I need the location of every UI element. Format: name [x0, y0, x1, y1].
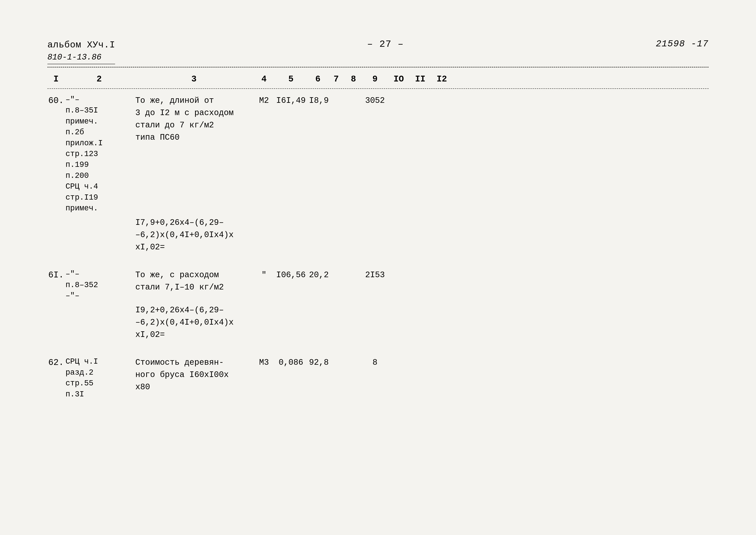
col-header-4: 4	[254, 73, 274, 85]
album-subtitle: 810-1-13.86	[47, 51, 115, 64]
row-61-main: 6I. –"–п.8–352–"– То же, с расходомстали…	[47, 268, 709, 303]
row-62-col11	[410, 355, 431, 358]
row-60-col12	[431, 93, 452, 96]
row-60-col7	[328, 93, 345, 96]
header-right: 21598 -17	[656, 39, 709, 49]
row-61-col7	[328, 268, 345, 270]
col-header-3: 3	[134, 73, 254, 85]
col-header-1: I	[47, 73, 65, 85]
row-61-formula-text: I9,2+0,26x4–(6,29––6,2)x(0,4I+0,0Ix4)xxI…	[134, 303, 254, 342]
row-60-desc: То же, длиной от3 до I2 м с расходомстал…	[134, 93, 254, 145]
col-header-11: II	[410, 73, 431, 85]
row-61-col8	[345, 268, 362, 270]
row-62-col10	[388, 355, 410, 358]
col-header-10: IO	[388, 73, 410, 85]
row-61-desc: То же, с расходомстали 7,I–10 кг/м2	[134, 268, 254, 295]
row-62-col5: 0,086	[274, 355, 308, 370]
row-60-formula-text: I7,9+0,26x4–(6,29––6,2)x(0,4I+0,0Ix4)xxI…	[134, 215, 254, 255]
row-61-num: 6I.	[47, 268, 65, 283]
row-62-desc: Стоимость деревян-ного бруса I60xI00xx80	[134, 355, 254, 394]
row-60-col10	[388, 93, 410, 96]
row-60-formula-num	[47, 215, 65, 218]
row-62-col7	[328, 355, 345, 358]
row-61-col10	[388, 268, 410, 270]
row-61-unit: "	[254, 268, 274, 282]
row-61-col12	[431, 268, 452, 270]
header-area: альбом ХУч.I 810-1-13.86 – 27 – 21598 -1…	[47, 39, 709, 64]
row-62-ref: СРЦ ч.Iразд.2стр.55п.3I	[65, 355, 134, 401]
row-60-col5: I6I,49	[274, 93, 308, 108]
row-62-col8	[345, 355, 362, 358]
row-61-col6: 20,2	[308, 268, 328, 282]
row-61-col11	[410, 268, 431, 270]
col-header-9: 9	[362, 73, 388, 85]
col-header-12: I2	[431, 73, 452, 85]
album-title: альбом ХУч.I	[47, 39, 115, 51]
section-60: 60. –"–п.8–35Iпримеч.п.2бприлож.Iстр.123…	[47, 93, 709, 255]
row-62-col6: 92,8	[308, 355, 328, 370]
header-divider	[47, 67, 709, 68]
row-60-ref: –"–п.8–35Iпримеч.п.2бприлож.Iстр.123п.19…	[65, 93, 134, 215]
header-center: – 27 –	[367, 39, 404, 49]
row-62-col12	[431, 355, 452, 358]
section-62: 62. СРЦ ч.Iразд.2стр.55п.3I Стоимость де…	[47, 355, 709, 401]
table-body: 60. –"–п.8–35Iпримеч.п.2бприлож.Iстр.123…	[47, 93, 709, 401]
col-header-6: 6	[308, 73, 328, 85]
row-60-formula-ref	[65, 215, 134, 218]
row-60-col11	[410, 93, 431, 96]
row-61-formula: I9,2+0,26x4–(6,29––6,2)x(0,4I+0,0Ix4)xxI…	[47, 303, 709, 342]
row-60-num: 60.	[47, 93, 65, 109]
row-60-unit: М2	[254, 93, 274, 108]
col-header-8: 8	[345, 73, 362, 85]
header-left: альбом ХУч.I 810-1-13.86	[47, 39, 115, 64]
column-headers: I 2 3 4 5 6 7 8 9 IO II I2	[47, 70, 709, 89]
row-61-col5: I06,56	[274, 268, 308, 282]
row-60-col6: I8,9	[308, 93, 328, 108]
col-header-5: 5	[274, 73, 308, 85]
row-62-num: 62.	[47, 355, 65, 371]
row-62-unit: М3	[254, 355, 274, 370]
col-header-7: 7	[328, 73, 345, 85]
row-61-ref: –"–п.8–352–"–	[65, 268, 134, 303]
row-60-col8	[345, 93, 362, 96]
page: альбом ХУч.I 810-1-13.86 – 27 – 21598 -1…	[0, 0, 756, 535]
row-61-col9: 2I53	[362, 268, 388, 282]
row-60-formula: I7,9+0,26x4–(6,29––6,2)x(0,4I+0,0Ix4)xxI…	[47, 215, 709, 255]
section-61: 6I. –"–п.8–352–"– То же, с расходомстали…	[47, 268, 709, 342]
row-60-main: 60. –"–п.8–35Iпримеч.п.2бприлож.Iстр.123…	[47, 93, 709, 215]
row-62-col9: 8	[362, 355, 388, 370]
col-header-2: 2	[65, 73, 134, 85]
row-60-col9: 3052	[362, 93, 388, 108]
row-62-main: 62. СРЦ ч.Iразд.2стр.55п.3I Стоимость де…	[47, 355, 709, 401]
